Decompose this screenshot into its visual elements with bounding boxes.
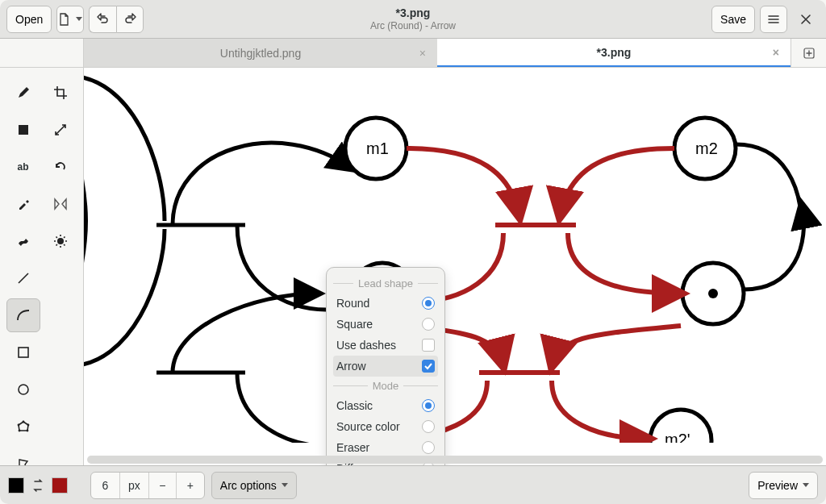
- chevron-down-icon: [282, 483, 288, 487]
- svg-rect-3: [19, 348, 28, 357]
- horizontal-scrollbar[interactable]: [87, 456, 823, 464]
- canvas[interactable]: m1 m2 m1' m2' Lead shape Round Square Us…: [84, 68, 826, 465]
- option-label: Use dashes: [336, 339, 396, 352]
- checkbox-icon: [422, 360, 435, 373]
- tab-bar: Untihgjktled.png × *3.png ×: [0, 39, 826, 68]
- svg-point-6: [22, 421, 24, 423]
- tool-rect-select[interactable]: [6, 113, 40, 147]
- tool-circle[interactable]: [6, 373, 40, 406]
- svg-text:m1: m1: [366, 140, 389, 157]
- option-round[interactable]: Round: [333, 293, 438, 314]
- svg-rect-1: [19, 125, 28, 135]
- svg-text:m2: m2: [695, 140, 718, 157]
- new-tab-button[interactable]: [791, 39, 826, 67]
- tool-empty: [44, 373, 77, 406]
- option-use-dashes[interactable]: Use dashes: [333, 335, 438, 356]
- tool-flip[interactable]: [44, 187, 77, 221]
- tool-polygon[interactable]: [6, 410, 40, 444]
- window-title: *3.png: [370, 6, 456, 20]
- preview-label: Preview: [757, 479, 798, 492]
- tool-empty: [44, 335, 77, 369]
- svg-point-8: [26, 430, 28, 432]
- tab-label: Untihgjktled.png: [220, 47, 301, 60]
- tool-rotate[interactable]: [44, 150, 77, 184]
- tab-close-icon[interactable]: ×: [419, 47, 426, 60]
- stroke-size-field: 6 px − +: [90, 472, 205, 499]
- fill-color-swatch[interactable]: [52, 477, 68, 494]
- svg-point-18: [708, 289, 718, 298]
- chevron-down-icon: [803, 483, 809, 487]
- window-subtitle: Arc (Round) - Arrow: [370, 20, 456, 31]
- stroke-size-value[interactable]: 6: [91, 473, 120, 498]
- option-label: Round: [336, 297, 369, 310]
- tool-empty: [44, 298, 77, 332]
- tool-empty: [44, 261, 77, 295]
- tool-move[interactable]: [44, 113, 77, 147]
- tool-line[interactable]: [6, 261, 40, 295]
- tool-empty: [44, 410, 77, 444]
- tool-pencil[interactable]: [6, 76, 40, 110]
- hamburger-icon: [767, 13, 780, 26]
- tab-active[interactable]: *3.png ×: [437, 39, 791, 67]
- arc-options-popover: Lead shape Round Square Use dashes Arrow…: [326, 267, 445, 465]
- option-label: Eraser: [336, 441, 369, 454]
- undo-button[interactable]: [89, 6, 116, 33]
- open-button[interactable]: Open: [6, 6, 52, 33]
- option-arrow[interactable]: Arrow: [333, 356, 438, 377]
- svg-point-5: [17, 424, 19, 427]
- tab-close-icon[interactable]: ×: [773, 46, 779, 59]
- headerbar: Open *3.png Arc (Round) - Arrow Save: [0, 0, 826, 39]
- swap-colors-button[interactable]: [31, 478, 45, 493]
- tab-label: *3.png: [597, 46, 632, 59]
- new-document-icon: [58, 13, 71, 26]
- arc-options-label: Arc options: [220, 479, 277, 492]
- tool-crop[interactable]: [44, 76, 77, 110]
- popover-section-lead-shape: Lead shape: [333, 277, 438, 289]
- stroke-size-decrement[interactable]: −: [149, 473, 177, 498]
- svg-text:m2': m2': [665, 431, 690, 443]
- close-window-button[interactable]: [792, 6, 820, 33]
- svg-point-2: [57, 238, 64, 244]
- tool-text[interactable]: ab: [6, 150, 40, 184]
- checkbox-icon: [422, 339, 435, 352]
- option-classic[interactable]: Classic: [333, 395, 438, 416]
- save-button[interactable]: Save: [711, 6, 755, 33]
- tab-inactive[interactable]: Untihgjktled.png ×: [84, 39, 437, 67]
- option-label: Source color: [336, 420, 400, 433]
- tool-rectangle[interactable]: [6, 335, 40, 369]
- option-label: Square: [336, 318, 373, 331]
- stroke-size-increment[interactable]: +: [177, 473, 204, 498]
- radio-icon: [422, 318, 435, 331]
- chevron-down-icon: [76, 17, 82, 21]
- redo-button[interactable]: [116, 6, 144, 33]
- preview-button[interactable]: Preview: [749, 472, 818, 499]
- option-label: Arrow: [336, 360, 366, 373]
- tool-brightness[interactable]: [44, 224, 77, 258]
- svg-point-9: [18, 430, 20, 432]
- tool-smudge[interactable]: [6, 224, 40, 258]
- option-label: Classic: [336, 399, 373, 412]
- option-square[interactable]: Square: [333, 314, 438, 335]
- radio-icon: [422, 399, 435, 412]
- svg-point-7: [27, 424, 29, 427]
- tool-eyedropper[interactable]: [6, 187, 40, 221]
- hamburger-menu-button[interactable]: [760, 6, 787, 33]
- redo-icon: [123, 13, 136, 26]
- svg-point-4: [19, 385, 28, 394]
- stroke-size-unit: px: [120, 473, 149, 498]
- option-source-color[interactable]: Source color: [333, 416, 438, 437]
- radio-icon: [422, 297, 435, 310]
- canvas-drawing: m1 m2 m1' m2': [84, 68, 826, 443]
- arc-options-button[interactable]: Arc options: [211, 472, 297, 499]
- radio-icon: [422, 441, 435, 454]
- new-tab-icon: [803, 47, 816, 60]
- tool-arc[interactable]: [6, 298, 40, 332]
- new-menu-button[interactable]: [56, 6, 84, 33]
- close-icon: [800, 14, 811, 25]
- popover-section-mode: Mode: [333, 380, 438, 392]
- bottom-bar: 6 px − + Arc options Preview: [0, 465, 826, 504]
- undo-icon: [97, 13, 110, 26]
- stroke-color-swatch[interactable]: [8, 477, 24, 494]
- radio-icon: [422, 420, 435, 433]
- toolbox: ab: [0, 68, 84, 465]
